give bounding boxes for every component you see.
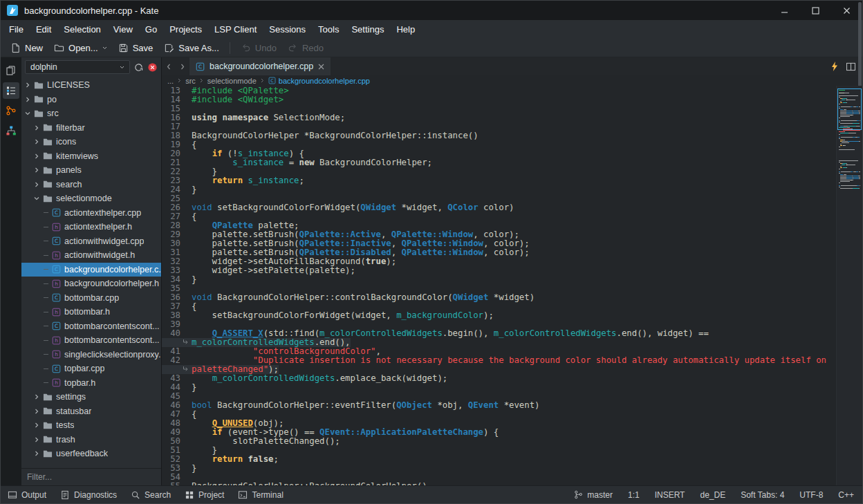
code-line-38[interactable]: 38 setBackgroundColorForWidget(widget, m… xyxy=(162,311,836,320)
tree-item-licenses[interactable]: LICENSES xyxy=(21,78,161,93)
menu-sessions[interactable]: Sessions xyxy=(263,21,312,37)
quick-open-icon[interactable] xyxy=(830,62,839,71)
menu-lsp-client[interactable]: LSP Client xyxy=(208,21,263,37)
menu-file[interactable]: File xyxy=(3,21,30,37)
tree-item-bottombarcontentscont-[interactable]: hbottombarcontentscont... xyxy=(21,333,161,348)
tree-item-trash[interactable]: trash xyxy=(21,433,161,447)
code-line-16[interactable]: 16using namespace SelectionMode; xyxy=(162,113,836,122)
symbols-icon[interactable] xyxy=(3,122,19,139)
minimap-viewport[interactable] xyxy=(837,88,862,130)
tree-item-userfeedback[interactable]: userfeedback xyxy=(21,447,161,461)
diagnostics-panel-button[interactable]: Diagnostics xyxy=(53,486,124,503)
documents-icon[interactable] xyxy=(3,62,19,79)
breadcrumb-src[interactable]: src xyxy=(185,77,196,85)
close-icon[interactable] xyxy=(318,64,324,70)
code-text: using namespace SelectionMode; xyxy=(192,113,345,122)
terminal-panel-button[interactable]: Terminal xyxy=(231,486,290,503)
tree-item-bottombar-cpp[interactable]: Cbottombar.cpp xyxy=(21,291,161,306)
cursor-position[interactable]: 1:1 xyxy=(628,490,640,500)
menu-tools[interactable]: Tools xyxy=(312,21,345,37)
project-panel-button[interactable]: Project xyxy=(178,486,231,503)
tab-mode[interactable]: Soft Tabs: 4 xyxy=(741,490,784,500)
undo-button[interactable]: Undo xyxy=(235,41,282,55)
tree-item-filterbar[interactable]: filterbar xyxy=(21,121,161,136)
split-view-icon[interactable] xyxy=(846,62,856,71)
code-line-23[interactable]: 23 return s_instance; xyxy=(162,176,836,185)
git-icon[interactable] xyxy=(3,102,19,119)
tree-item-kitemviews[interactable]: kitemviews xyxy=(21,149,161,164)
tree-item-icons[interactable]: icons xyxy=(21,135,161,149)
save-button[interactable]: Save xyxy=(113,41,159,55)
menu-view[interactable]: View xyxy=(107,21,139,37)
tree-item-po[interactable]: po xyxy=(21,93,161,107)
output-panel-button[interactable]: Output xyxy=(1,486,53,503)
code-line-44[interactable]: 44} xyxy=(162,383,836,392)
git-branch-indicator[interactable]: master xyxy=(574,490,613,500)
code-line-46[interactable]: 46bool BackgroundColorHelper::eventFilte… xyxy=(162,401,836,410)
code-line-21[interactable]: 21 s_instance = new BackgroundColorHelpe… xyxy=(162,158,836,167)
gutter-space xyxy=(180,203,192,212)
menu-go[interactable]: Go xyxy=(139,21,163,37)
project-selector[interactable]: dolphin xyxy=(25,60,130,74)
maximize-icon[interactable] xyxy=(800,1,831,20)
open-button[interactable]: Open... xyxy=(48,41,113,55)
search-panel-button[interactable]: Search xyxy=(124,486,178,503)
nav-back-icon[interactable] xyxy=(162,57,176,75)
code-line-33[interactable]: 33 widget->setPalette(palette); xyxy=(162,266,836,275)
encoding[interactable]: UTF-8 xyxy=(799,490,823,500)
code-line-24[interactable]: 24} xyxy=(162,185,836,194)
tree-item-tests[interactable]: tests xyxy=(21,418,161,433)
tree-item-backgroundcolorhelper-c-[interactable]: Cbackgroundcolorhelper.c... xyxy=(21,263,161,277)
tree-item-singleclickselectionproxy-[interactable]: hsingleclickselectionproxy... xyxy=(21,348,161,362)
tree-item-actiontexthelper-h[interactable]: hactiontexthelper.h xyxy=(21,220,161,234)
breadcrumb-more[interactable]: ... xyxy=(167,77,174,85)
refresh-icon[interactable] xyxy=(133,62,144,73)
tree-item-settings[interactable]: settings xyxy=(21,390,161,404)
minimize-icon[interactable] xyxy=(769,1,800,20)
tree-item-actionwithwidget-cpp[interactable]: Cactionwithwidget.cpp xyxy=(21,234,161,249)
breadcrumb-file[interactable]: C backgroundcolorhelper.cpp xyxy=(268,77,370,85)
save-as-button[interactable]: Save As... xyxy=(158,41,225,55)
new-button[interactable]: New xyxy=(5,41,48,55)
code-line-14[interactable]: 14#include <QWidget> xyxy=(162,95,836,104)
tree-item-bottombar-h[interactable]: hbottombar.h xyxy=(21,305,161,319)
redo-button[interactable]: Redo xyxy=(282,41,329,55)
code-line-53[interactable]: 53} xyxy=(162,464,836,473)
projects-icon[interactable] xyxy=(3,82,19,99)
tree-item-actionwithwidget-h[interactable]: hactionwithwidget.h xyxy=(21,248,161,263)
menu-edit[interactable]: Edit xyxy=(30,21,57,37)
code-line-18[interactable]: 18BackgroundColorHelper *BackgroundColor… xyxy=(162,131,836,140)
code-line-52[interactable]: 52 return false; xyxy=(162,455,836,464)
tree-item-actiontexthelper-cpp[interactable]: Cactiontexthelper.cpp xyxy=(21,206,161,221)
menu-projects[interactable]: Projects xyxy=(163,21,208,37)
menu-help[interactable]: Help xyxy=(390,21,421,37)
menu-settings[interactable]: Settings xyxy=(345,21,390,37)
folder-icon xyxy=(34,95,44,104)
code-line-43[interactable]: 43 m_colorControlledWidgets.emplace_back… xyxy=(162,374,836,383)
code-line-50[interactable]: 50 slotPaletteChanged(); xyxy=(162,437,836,446)
tree-item-topbar-cpp[interactable]: Ctopbar.cpp xyxy=(21,362,161,376)
stop-icon[interactable] xyxy=(147,62,158,73)
code-line-34[interactable]: 34} xyxy=(162,275,836,284)
tree-item-statusbar[interactable]: statusbar xyxy=(21,404,161,419)
tree-item-selectionmode[interactable]: selectionmode xyxy=(21,192,161,206)
tree-item-backgroundcolorhelper-h[interactable]: hbackgroundcolorhelper.h xyxy=(21,277,161,291)
tree-item-search[interactable]: search xyxy=(21,178,161,192)
breadcrumb-selectionmode[interactable]: selectionmode xyxy=(207,77,257,85)
code-line-36[interactable]: 36void BackgroundColorHelper::controlBac… xyxy=(162,293,836,302)
menu-selection[interactable]: Selection xyxy=(57,21,106,37)
tree-item-src[interactable]: src xyxy=(21,106,161,121)
tree-item-bottombarcontentscont-[interactable]: Cbottombarcontentscont... xyxy=(21,319,161,334)
code-line-26[interactable]: 26void setBackgroundColorForWidget(QWidg… xyxy=(162,203,836,212)
nav-forward-icon[interactable] xyxy=(176,57,189,75)
syntax-mode[interactable]: C++ xyxy=(838,490,854,500)
tree-item-panels[interactable]: panels xyxy=(21,163,161,178)
dictionary[interactable]: de_DE xyxy=(700,490,725,500)
tree-item-topbar-h[interactable]: htopbar.h xyxy=(21,376,161,391)
filter-input[interactable] xyxy=(21,469,161,485)
code-lines[interactable]: 13#include <QPalette>14#include <QWidget… xyxy=(162,86,836,485)
tab-backgroundcolorhelper-cpp[interactable]: C backgroundcolorhelper.cpp xyxy=(189,57,331,75)
minimap[interactable] xyxy=(836,86,862,485)
code-text: void setBackgroundColorForWidget(QWidget… xyxy=(192,203,514,212)
input-mode[interactable]: INSERT xyxy=(655,490,685,500)
